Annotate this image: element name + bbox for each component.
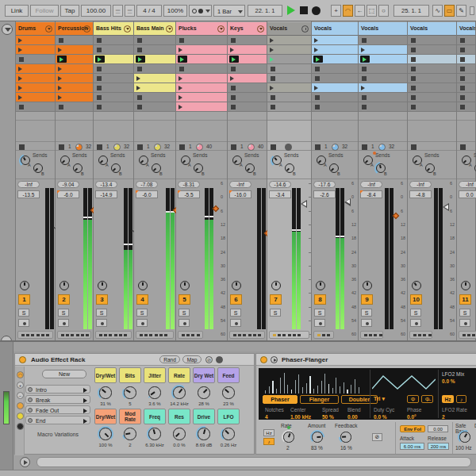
track-activator[interactable]: 11 <box>459 294 471 305</box>
arm-button[interactable] <box>136 319 148 327</box>
arm-button[interactable] <box>18 319 29 327</box>
empty-clip-slot[interactable] <box>457 93 475 102</box>
scene-slot[interactable] <box>267 112 311 121</box>
tap-tempo-button[interactable]: Tap <box>60 5 79 17</box>
clip-slot[interactable] <box>176 74 227 83</box>
clip-slot[interactable] <box>228 74 267 83</box>
lfo2-sync-button[interactable]: ♪ <box>456 395 466 403</box>
new-midi-track-button[interactable]: + <box>331 5 341 17</box>
macro-knob[interactable] <box>221 385 236 401</box>
arm-button[interactable] <box>361 319 372 327</box>
macro-knob[interactable] <box>221 426 236 442</box>
pencil-button[interactable]: ✎ <box>456 5 466 17</box>
clip-slot[interactable] <box>134 74 175 83</box>
arm-button[interactable] <box>58 319 69 327</box>
rate-value[interactable]: 2 <box>286 445 290 451</box>
pan-knob[interactable] <box>18 279 32 293</box>
lfo2-hz-button[interactable]: Hz <box>442 395 454 403</box>
info-field[interactable] <box>36 457 471 467</box>
chain-item-break[interactable]: Break <box>25 395 90 404</box>
track-header[interactable]: Plucks <box>176 22 227 36</box>
empty-clip-slot[interactable] <box>408 74 456 83</box>
empty-clip-slot[interactable] <box>312 74 358 83</box>
track-dropdown-icon[interactable] <box>166 25 173 33</box>
volume-field[interactable]: 0.0 <box>459 190 476 198</box>
play-button[interactable] <box>287 6 295 15</box>
scene-slot[interactable] <box>228 112 267 121</box>
solo-button[interactable]: S <box>230 309 241 317</box>
volume-field[interactable]: -8.4 <box>360 190 382 198</box>
clip-slot[interactable] <box>56 74 93 83</box>
empty-clip-slot[interactable] <box>457 45 475 55</box>
metronome-button[interactable] <box>189 5 212 17</box>
track-header[interactable]: Drums <box>16 22 55 36</box>
loop-switch[interactable]: ▭ <box>444 5 455 17</box>
empty-clip-slot[interactable] <box>228 64 267 74</box>
lfo2-rate-value[interactable]: 2 <box>442 414 445 420</box>
param-value[interactable]: 1.00 kHz <box>290 414 311 420</box>
clip-slot[interactable] <box>56 64 93 74</box>
empty-clip-slot[interactable] <box>134 45 175 55</box>
invert-button[interactable]: ⊘ <box>372 433 382 441</box>
empty-clip-slot[interactable] <box>94 45 133 55</box>
track-header[interactable]: Keys <box>228 22 267 36</box>
empty-clip-slot[interactable] <box>228 93 267 102</box>
empty-clip-slot[interactable] <box>94 74 133 83</box>
arrangement-position-field[interactable]: 22. 1. 1 <box>248 5 282 17</box>
track-activator[interactable]: 8 <box>314 294 326 305</box>
device-title-bar[interactable]: Phaser-Flanger <box>256 354 476 366</box>
empty-clip-slot[interactable] <box>408 36 456 45</box>
clip-slot[interactable] <box>176 45 227 55</box>
solo-button[interactable]: S <box>96 309 107 317</box>
re-enable-automation-button[interactable]: ← <box>355 5 365 17</box>
empty-clip-slot[interactable] <box>94 83 133 93</box>
track-dropdown-icon[interactable] <box>124 25 131 33</box>
nudge-down-button[interactable]: 𝄙 <box>113 5 123 17</box>
clip-slot[interactable] <box>16 36 55 45</box>
track-header[interactable]: Vocals <box>457 22 475 36</box>
empty-clip-slot[interactable] <box>134 102 175 112</box>
empty-clip-slot[interactable] <box>228 83 267 93</box>
macro-knob[interactable] <box>196 385 212 401</box>
volume-field[interactable]: -13.5 <box>17 190 40 198</box>
pan-knob[interactable] <box>178 279 192 293</box>
track-activator[interactable]: 4 <box>136 294 148 305</box>
empty-clip-slot[interactable] <box>267 74 311 83</box>
session-record-button[interactable]: ○ <box>378 5 389 17</box>
mode-button-flanger[interactable]: Flanger <box>300 395 339 404</box>
macro-knob[interactable] <box>196 426 212 442</box>
rack-icon-0[interactable]: ◠ <box>17 371 24 378</box>
track-stop-button[interactable] <box>231 144 236 150</box>
track-activator[interactable]: 9 <box>361 294 373 305</box>
solo-button[interactable]: S <box>178 309 190 317</box>
param-value[interactable]: 0.00 <box>347 414 358 420</box>
volume-field[interactable]: -2.6 <box>313 190 336 198</box>
scene-slot[interactable] <box>359 112 407 121</box>
track-header[interactable]: Percussion <box>56 22 93 36</box>
clip-slot[interactable] <box>312 45 358 55</box>
track-dropdown-icon[interactable] <box>257 25 264 33</box>
record-button[interactable] <box>312 6 321 15</box>
clip-slot[interactable] <box>56 45 93 55</box>
link-button[interactable]: Link <box>5 5 29 17</box>
empty-clip-slot[interactable] <box>408 93 456 102</box>
clip-slot[interactable] <box>56 93 93 102</box>
macro-knob[interactable] <box>98 385 113 401</box>
amount-value[interactable]: 83 % <box>311 445 323 451</box>
volume-fader-handle-automated[interactable] <box>213 205 219 212</box>
track-header[interactable]: Vocals <box>359 22 407 36</box>
track-stop-button[interactable] <box>315 144 321 150</box>
solo-button[interactable]: S <box>410 309 421 317</box>
track-header[interactable]: Vocals <box>267 22 311 36</box>
pan-knob[interactable] <box>361 279 374 293</box>
solo-button[interactable]: S <box>314 309 325 317</box>
preview-button[interactable] <box>20 457 30 467</box>
track-stop-button[interactable] <box>97 144 102 150</box>
pan-knob[interactable] <box>314 279 328 293</box>
macro-knob[interactable] <box>171 385 187 401</box>
pan-knob[interactable] <box>270 279 283 293</box>
feedback-knob[interactable] <box>339 430 353 444</box>
antiphase-button[interactable]: Φ̶ <box>421 395 433 403</box>
empty-clip-slot[interactable] <box>457 102 475 112</box>
rack-icon-4[interactable] <box>17 413 24 420</box>
